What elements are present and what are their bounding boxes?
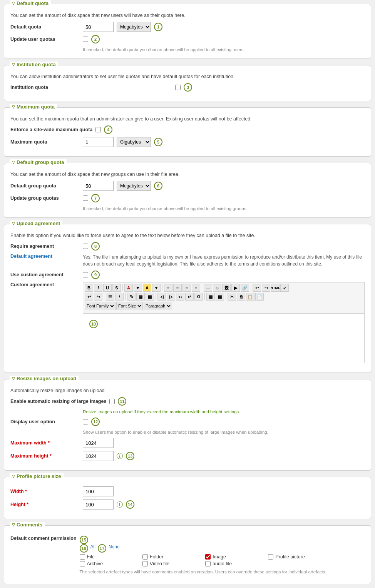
editor-toolbar: B I U S A ▾ A ▾ ≡ ≡ ≡ ≡ — ☺ [83, 282, 365, 313]
emoji-btn[interactable]: ☺ [213, 284, 221, 292]
media-btn[interactable]: ▶ [231, 284, 240, 292]
default-group-quota-title: ▽ Default group quota [10, 159, 67, 165]
image-btn[interactable]: 🖼 [222, 284, 231, 292]
comment-audio: audio file [205, 561, 263, 566]
institution-quota-label: Institution quota [10, 85, 80, 90]
paragraph-select[interactable]: Paragraph [144, 302, 172, 310]
default-group-quota-unit[interactable]: Megabytes Gigabytes Terabytes [117, 181, 151, 191]
paste2-btn[interactable]: 📄 [255, 293, 264, 301]
enable-resizing-checkbox[interactable] [109, 399, 115, 404]
max-height-label: Maximum height * [10, 453, 80, 459]
display-user-option-checkbox[interactable] [83, 419, 88, 424]
redo2-btn[interactable]: ↪ [94, 293, 102, 301]
enforce-checkbox[interactable] [95, 127, 101, 132]
font-size-select[interactable]: Font Size [116, 302, 143, 310]
italic-btn[interactable]: I [94, 284, 102, 292]
font-family-select[interactable]: Font Family [85, 302, 116, 310]
update-group-quotas-checkbox[interactable] [83, 195, 88, 201]
font-color-btn[interactable]: A [124, 284, 133, 292]
none-link[interactable]: None [109, 544, 120, 553]
copy-btn[interactable]: ⎘ [237, 293, 245, 301]
default-quota-input[interactable] [83, 22, 114, 32]
circle-6: 6 [154, 182, 162, 190]
comment-folder-checkbox[interactable] [142, 554, 148, 560]
hr-btn[interactable]: — [204, 284, 212, 292]
toolbar-row-2: ↩ ↪ ☰ ⋮ ✎ ▦ ▦ ◁ ▷ x₂ x² Ω ▦ [85, 293, 363, 301]
outdent-btn[interactable]: ◁ [157, 293, 166, 301]
circle-3: 3 [184, 83, 192, 92]
info-icon-profile[interactable]: ℹ [117, 501, 123, 508]
default-quota-desc: You can set the amount of disk space tha… [10, 13, 365, 18]
maximum-quota-input[interactable] [83, 137, 114, 147]
use-custom-agreement-checkbox[interactable] [83, 272, 88, 277]
bold-btn[interactable]: B [85, 284, 93, 292]
institution-quota-checkbox[interactable] [175, 85, 181, 90]
require-agreement-checkbox[interactable] [83, 244, 88, 249]
custom-agreement-textarea[interactable]: 10 [83, 313, 365, 363]
width-input[interactable] [83, 486, 114, 496]
profile-picture-fields: Width * Height * ℹ 14 [10, 486, 365, 509]
edit-btn[interactable]: ✎ [127, 293, 136, 301]
triangle-icon-5: ▽ [12, 221, 15, 226]
table3-btn[interactable]: ▦ [206, 293, 215, 301]
align-right-btn[interactable]: ≡ [182, 284, 191, 292]
all-link[interactable]: All [90, 544, 95, 553]
paste-btn[interactable]: 📋 [246, 293, 254, 301]
sup-btn[interactable]: x² [185, 293, 194, 301]
comment-image-checkbox[interactable] [205, 554, 211, 560]
cut-btn[interactable]: ✂ [228, 293, 236, 301]
require-agreement-label: Require agreement [10, 244, 80, 249]
update-user-quotas-checkbox[interactable] [83, 37, 88, 42]
table4-btn[interactable]: ▦ [216, 293, 224, 301]
comments-section: ▽ Comments Default comment permission 15… [4, 525, 371, 584]
max-width-input[interactable] [83, 438, 114, 448]
height-input[interactable] [83, 499, 114, 509]
bg-color-btn[interactable]: A [143, 284, 151, 292]
default-quota-label: Default quota [10, 24, 80, 30]
profile-picture-section: ▽ Profile picture size Width * Height * … [4, 477, 371, 519]
comment-archive-checkbox[interactable] [80, 561, 85, 566]
bullet-list-btn[interactable]: ☰ [106, 293, 114, 301]
profile-picture-title: ▽ Profile picture size [10, 473, 64, 479]
strikethrough-btn[interactable]: S [112, 284, 121, 292]
sep8 [204, 293, 205, 300]
align-center-btn[interactable]: ≡ [173, 284, 182, 292]
max-height-input[interactable] [83, 451, 114, 461]
redo-btn[interactable]: ↪ [262, 284, 270, 292]
enable-resizing-label: Enable automatic resizing of large image… [10, 399, 106, 404]
enforce-label: Enforce a site-wide maximum quota [10, 127, 92, 132]
undo2-btn[interactable]: ↩ [85, 293, 93, 301]
chevron-bg-btn[interactable]: ▾ [152, 284, 161, 292]
expand-btn[interactable]: ⤢ [280, 284, 289, 292]
circle-1: 1 [154, 23, 162, 31]
html-btn[interactable]: HTML [271, 284, 280, 292]
align-left-btn[interactable]: ≡ [164, 284, 172, 292]
comment-video: Video file [142, 561, 201, 566]
comment-profile-picture-checkbox[interactable] [268, 554, 273, 560]
default-group-quota-label: Default group quota [10, 183, 80, 189]
special-btn[interactable]: Ω [194, 293, 203, 301]
comment-profile-picture: Profile picture [268, 554, 326, 560]
default-quota-title: ▽ Default quota [10, 0, 51, 6]
comment-video-checkbox[interactable] [142, 561, 148, 566]
underline-btn[interactable]: U [103, 284, 112, 292]
default-group-quota-input[interactable] [83, 181, 114, 191]
comment-file-checkbox[interactable] [80, 554, 85, 560]
table-btn[interactable]: ▦ [136, 293, 145, 301]
custom-agreement-row: Custom agreement B I U S A ▾ A ▾ ≡ ≡ ≡ [10, 282, 365, 363]
link-btn[interactable]: 🔗 [241, 284, 249, 292]
sub-btn[interactable]: x₂ [176, 293, 184, 301]
comment-audio-checkbox[interactable] [205, 561, 211, 566]
update-user-quotas-label: Update user quotas [10, 37, 80, 42]
info-icon-resize[interactable]: ℹ [117, 453, 123, 459]
justify-btn[interactable]: ≡ [192, 284, 200, 292]
table2-btn[interactable]: ▦ [146, 293, 154, 301]
default-quota-unit[interactable]: Megabytes Gigabytes Terabytes [117, 22, 151, 32]
chevron-color-btn[interactable]: ▾ [134, 284, 142, 292]
indent-btn[interactable]: ▷ [167, 293, 175, 301]
num-list-btn[interactable]: ⋮ [115, 293, 124, 301]
maximum-quota-unit[interactable]: Gigabytes Megabytes Terabytes [117, 137, 151, 147]
undo-btn[interactable]: ↩ [253, 284, 261, 292]
institution-quota-row: Institution quota 3 [10, 83, 365, 92]
default-comment-permission-label: Default comment permission [10, 536, 77, 541]
